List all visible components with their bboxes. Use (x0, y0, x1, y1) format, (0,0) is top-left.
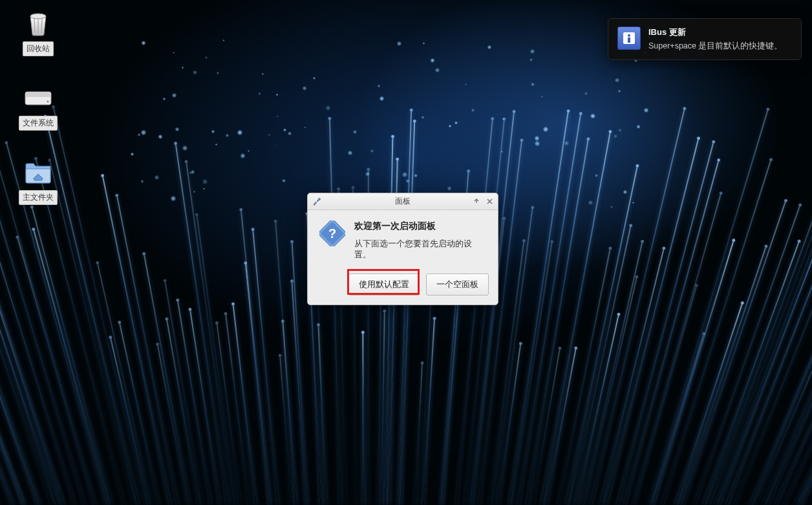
dialog-heading: 欢迎第一次启动面板 (354, 220, 486, 232)
desktop-icon-home[interactable]: 主文件夹 (16, 158, 61, 205)
svg-point-8 (628, 34, 630, 37)
notification-popup[interactable]: IBus 更新 Super+space 是目前默认的快捷键。 (608, 18, 802, 60)
question-icon: ? (319, 220, 345, 261)
desktop-icon-label: 文件系统 (19, 116, 58, 131)
close-button[interactable] (485, 197, 494, 206)
svg-point-10 (318, 198, 321, 200)
use-default-config-button[interactable]: 使用默认配置 (348, 274, 420, 295)
desktop-icon-trash[interactable]: 回收站 (16, 9, 61, 56)
dialog-titlebar[interactable]: 面板 (308, 193, 498, 210)
dialog-subtext: 从下面选一个您要首先启动的设置。 (354, 239, 486, 261)
desktop-icon-filesystem[interactable]: 文件系统 (16, 83, 61, 131)
home-folder-icon (24, 158, 52, 186)
svg-rect-9 (628, 38, 630, 43)
svg-text:?: ? (328, 226, 336, 241)
minimize-button[interactable] (472, 197, 481, 206)
desktop-icon-label: 回收站 (23, 41, 54, 56)
settings-icon (312, 197, 322, 207)
notification-body: IBus 更新 Super+space 是目前默认的快捷键。 (648, 27, 782, 52)
empty-panel-button[interactable]: 一个空面板 (426, 274, 489, 295)
dialog-title: 面板 (308, 196, 498, 207)
desktop-icon-label: 主文件夹 (19, 190, 58, 205)
svg-point-0 (30, 14, 46, 19)
svg-rect-5 (25, 92, 51, 97)
svg-point-6 (47, 101, 49, 103)
trash-icon (24, 9, 52, 38)
desktop-icons-area: 回收站 文件系统 主文件夹 (16, 9, 61, 205)
notification-text: Super+space 是目前默认的快捷键。 (648, 41, 782, 52)
info-icon (617, 27, 641, 50)
drive-icon (24, 83, 52, 112)
notification-title: IBus 更新 (648, 27, 782, 38)
panel-first-run-dialog: 面板 ? 欢迎第一次启动面板 从下面选一个您要首先启动的设置。 使用默认配置 一… (307, 193, 498, 305)
